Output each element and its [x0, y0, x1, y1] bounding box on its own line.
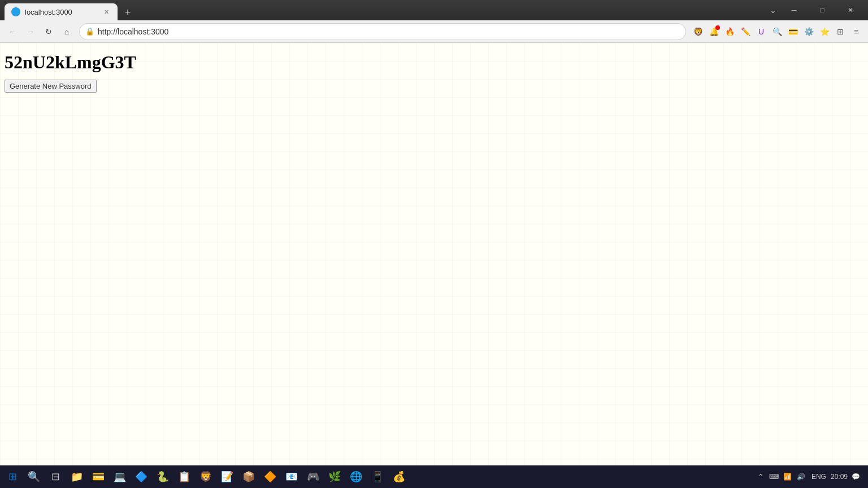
taskbar-notification-icon[interactable]: 💬	[850, 471, 861, 482]
taskbar-start-button[interactable]: ⊞	[2, 467, 23, 487]
tab-bar: 🌐 localhost:3000 ✕ +	[5, 0, 765, 20]
wallet-extension-icon[interactable]: 💳	[785, 24, 800, 39]
taskbar-browser2[interactable]: 🌐	[346, 467, 366, 487]
taskbar-finance[interactable]: 💰	[389, 467, 409, 487]
forward-button[interactable]: →	[23, 24, 38, 40]
generate-password-button[interactable]: Generate New Password	[5, 80, 97, 93]
taskbar-volume-icon[interactable]: 🔊	[796, 471, 807, 482]
purple-extension-icon[interactable]: U	[754, 24, 769, 39]
maximize-button[interactable]: □	[809, 1, 835, 19]
taskbar: ⊞ 🔍 ⊟ 📁 💳 💻 🔷 🐍 📋 🦁 📝 📦 🔶 📧 🎮 🌿 🌐 📱 💰 ⌃ …	[0, 465, 868, 488]
password-display: 52nU2kLmgG3T	[5, 52, 863, 73]
taskbar-green[interactable]: 🌿	[324, 467, 345, 487]
address-icon: 🔒	[85, 27, 94, 36]
menu-extension-icon[interactable]: ≡	[849, 24, 863, 39]
taskbar-terminal[interactable]: 📋	[174, 467, 194, 487]
taskbar-search-button[interactable]: 🔍	[24, 467, 44, 487]
tab-close-button[interactable]: ✕	[102, 7, 111, 16]
toolbar-extensions: 🦁 🔔 🔥 ✏️ U 🔍 💳 ⚙️ ⭐ ⊞ ≡	[691, 24, 863, 39]
brave-extension-icon[interactable]: 🦁	[691, 24, 705, 39]
taskbar-wallet[interactable]: 💳	[88, 467, 108, 487]
taskbar-chevron-up[interactable]: ⌃	[755, 471, 766, 482]
taskbar-git[interactable]: 🔷	[131, 467, 151, 487]
taskbar-right: ⌃ ⌨ 📶 🔊 ENG 20:09 💬	[755, 471, 866, 482]
minimize-button[interactable]: ─	[781, 1, 807, 19]
taskbar-python[interactable]: 🐍	[153, 467, 173, 487]
page-inner: 52nU2kLmgG3T Generate New Password	[5, 47, 863, 97]
taskbar-browser[interactable]: 🦁	[196, 467, 216, 487]
address-bar-container[interactable]: 🔒 http://localhost:3000	[79, 23, 686, 40]
back-button[interactable]: ←	[5, 24, 20, 40]
new-tab-button[interactable]: +	[120, 5, 136, 20]
taskbar-language: ENG	[811, 473, 826, 481]
star-extension-icon[interactable]: ⭐	[817, 24, 832, 39]
fire-extension-icon[interactable]: 🔥	[722, 24, 737, 39]
grid-extension-icon[interactable]: ⊞	[833, 24, 848, 39]
taskbar-mobile[interactable]: 📱	[367, 467, 388, 487]
reload-button[interactable]: ↻	[41, 24, 57, 40]
taskbar-file-explorer[interactable]: 📁	[67, 467, 87, 487]
taskbar-time: 20:09	[831, 473, 848, 481]
active-tab[interactable]: 🌐 localhost:3000 ✕	[5, 3, 118, 20]
tab-favicon: 🌐	[11, 7, 20, 16]
tab-list-button[interactable]: ⌄	[765, 2, 781, 18]
title-bar: 🌐 localhost:3000 ✕ + ⌄ ─ □ ✕	[0, 0, 868, 20]
address-bar-text: http://localhost:3000	[98, 27, 680, 36]
taskbar-network-icon[interactable]: 📶	[782, 471, 793, 482]
edit-extension-icon[interactable]: ✏️	[738, 24, 753, 39]
page-content: 52nU2kLmgG3T Generate New Password	[0, 43, 868, 465]
taskbar-dev-tools[interactable]: 💻	[110, 467, 130, 487]
browser-window: 🌐 localhost:3000 ✕ + ⌄ ─ □ ✕ ← → ↻ ⌂ 🔒 h…	[0, 0, 868, 488]
notification-extension-icon[interactable]: 🔔	[706, 24, 721, 39]
taskbar-game[interactable]: 🎮	[303, 467, 323, 487]
taskbar-email[interactable]: 📧	[281, 467, 302, 487]
taskbar-keyboard-icon[interactable]: ⌨	[769, 471, 780, 482]
tab-title: localhost:3000	[25, 8, 72, 16]
close-button[interactable]: ✕	[837, 1, 863, 19]
home-button[interactable]: ⌂	[59, 24, 75, 40]
taskbar-package[interactable]: 📦	[238, 467, 259, 487]
window-controls: ─ □ ✕	[781, 1, 863, 19]
taskbar-orange[interactable]: 🔶	[260, 467, 280, 487]
search-extension-icon[interactable]: 🔍	[770, 24, 784, 39]
browser-toolbar: ← → ↻ ⌂ 🔒 http://localhost:3000 🦁 🔔 🔥 ✏️…	[0, 20, 868, 43]
taskbar-task-view[interactable]: ⊟	[45, 467, 66, 487]
taskbar-notes[interactable]: 📝	[217, 467, 237, 487]
gear-extension-icon[interactable]: ⚙️	[801, 24, 816, 39]
